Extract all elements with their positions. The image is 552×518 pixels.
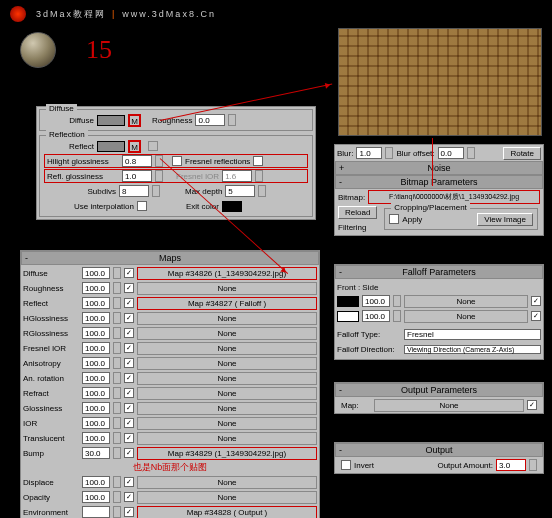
- reflect-map-button[interactable]: M: [128, 140, 141, 153]
- map-amount-spinner[interactable]: 100.0: [82, 372, 110, 384]
- map-amount-spinner[interactable]: 100.0: [82, 327, 110, 339]
- map-enable-checkbox[interactable]: ✓: [124, 492, 134, 502]
- fresnel-checkbox[interactable]: [172, 156, 182, 166]
- map-slot-button[interactable]: None: [137, 312, 317, 325]
- output-amount-spinner[interactable]: 3.0: [496, 459, 526, 471]
- map-slot-button[interactable]: None: [137, 372, 317, 385]
- rotate-button[interactable]: Rotate: [503, 147, 541, 160]
- map-amount-btns[interactable]: [113, 372, 121, 384]
- map-enable-checkbox[interactable]: ✓: [124, 283, 134, 293]
- map-slot-button[interactable]: None: [137, 491, 317, 504]
- map-amount-btns[interactable]: [113, 297, 121, 309]
- map-enable-checkbox[interactable]: ✓: [124, 373, 134, 383]
- map-slot-button[interactable]: Map #34828 ( Output ): [137, 506, 317, 519]
- blur-spinner-btns[interactable]: [385, 147, 393, 159]
- map-enable-checkbox[interactable]: ✓: [124, 403, 134, 413]
- subdivs-spinner-btns[interactable]: [152, 185, 160, 197]
- map-slot-button[interactable]: None: [137, 402, 317, 415]
- map-amount-btns[interactable]: [113, 402, 121, 414]
- map-slot-button[interactable]: Map #34829 (1_1349304292.jpg): [137, 447, 317, 460]
- output-map-slot[interactable]: None: [374, 399, 524, 412]
- falloff-color2-swatch[interactable]: [337, 311, 359, 322]
- map-enable-checkbox[interactable]: ✓: [124, 343, 134, 353]
- map-enable-checkbox[interactable]: ✓: [124, 433, 134, 443]
- falloff-slot1[interactable]: None: [404, 295, 528, 308]
- map-slot-button[interactable]: None: [137, 342, 317, 355]
- map-amount-spinner[interactable]: 100.0: [82, 387, 110, 399]
- map-slot-button[interactable]: None: [137, 357, 317, 370]
- falloff-amt2-btns[interactable]: [393, 310, 401, 322]
- map-slot-button[interactable]: None: [137, 476, 317, 489]
- roughness-spinner[interactable]: 0.0: [195, 114, 225, 126]
- map-amount-btns[interactable]: [113, 506, 121, 518]
- map-amount-btns[interactable]: [113, 476, 121, 488]
- maxdepth-spinner-btns[interactable]: [258, 185, 266, 197]
- map-amount-btns[interactable]: [113, 417, 121, 429]
- falloff-amt1-spinner[interactable]: 100.0: [362, 295, 390, 307]
- reload-button[interactable]: Reload: [338, 206, 377, 219]
- map-amount-btns[interactable]: [113, 342, 121, 354]
- map-amount-btns[interactable]: [113, 387, 121, 399]
- maxdepth-spinner[interactable]: 5: [225, 185, 255, 197]
- falloff-type-dropdown[interactable]: Fresnel: [404, 329, 541, 340]
- map-slot-button[interactable]: None: [137, 432, 317, 445]
- map-amount-spinner[interactable]: 100.0: [82, 417, 110, 429]
- falloff-amt2-spinner[interactable]: 100.0: [362, 310, 390, 322]
- map-slot-button[interactable]: None: [137, 417, 317, 430]
- map-slot-button[interactable]: None: [137, 327, 317, 340]
- reflect-color-swatch[interactable]: [97, 141, 125, 152]
- interp-checkbox[interactable]: [137, 201, 147, 211]
- fresnel-ior-spinner[interactable]: 1.6: [222, 170, 252, 182]
- reflect-lock-button[interactable]: [148, 141, 158, 151]
- map-amount-btns[interactable]: [113, 447, 121, 459]
- blur-offset-spinner[interactable]: 0.0: [438, 147, 464, 159]
- invert-checkbox[interactable]: [341, 460, 351, 470]
- output-amount-btns[interactable]: [529, 459, 537, 471]
- view-image-button[interactable]: View Image: [477, 213, 533, 226]
- map-slot-button[interactable]: None: [137, 282, 317, 295]
- map-amount-spinner[interactable]: 100.0: [82, 297, 110, 309]
- noise-rollout-header[interactable]: +Noise: [335, 161, 543, 175]
- map-slot-button[interactable]: Map #34826 (1_1349304292.jpg): [137, 267, 317, 280]
- map-amount-spinner[interactable]: 100.0: [82, 342, 110, 354]
- exit-color-swatch[interactable]: [222, 201, 242, 212]
- map-amount-btns[interactable]: [113, 432, 121, 444]
- map-amount-spinner[interactable]: 100.0: [82, 357, 110, 369]
- apply-checkbox[interactable]: [389, 214, 399, 224]
- map-enable-checkbox[interactable]: ✓: [124, 298, 134, 308]
- map-enable-checkbox[interactable]: ✓: [124, 507, 134, 517]
- falloff-cb2[interactable]: ✓: [531, 311, 541, 321]
- refl-gloss-spinner[interactable]: 1.0: [122, 170, 152, 182]
- map-enable-checkbox[interactable]: ✓: [124, 388, 134, 398]
- map-amount-spinner[interactable]: 100.0: [82, 476, 110, 488]
- map-enable-checkbox[interactable]: ✓: [124, 418, 134, 428]
- map-enable-checkbox[interactable]: ✓: [124, 268, 134, 278]
- map-amount-spinner[interactable]: 100.0: [82, 312, 110, 324]
- map-amount-spinner[interactable]: 100.0: [82, 267, 110, 279]
- refl-gloss-spinner-btns[interactable]: [155, 170, 163, 182]
- map-amount-spinner[interactable]: 100.0: [82, 282, 110, 294]
- diffuse-color-swatch[interactable]: [97, 115, 125, 126]
- map-enable-checkbox[interactable]: ✓: [124, 358, 134, 368]
- map-amount-btns[interactable]: [113, 282, 121, 294]
- bitmap-path-slot[interactable]: F:\tianqi\0000000\材质\1_1349304292.jpg: [368, 190, 540, 204]
- hilight-gloss-spinner[interactable]: 0.8: [122, 155, 152, 167]
- map-slot-button[interactable]: None: [137, 387, 317, 400]
- roughness-spinner-btns[interactable]: [228, 114, 236, 126]
- map-amount-spinner[interactable]: 100.0: [82, 432, 110, 444]
- output-rollout-header[interactable]: -Output: [335, 443, 543, 457]
- diffuse-map-button[interactable]: M: [128, 114, 141, 127]
- map-enable-checkbox[interactable]: ✓: [124, 313, 134, 323]
- map-amount-spinner[interactable]: 30.0: [82, 447, 110, 459]
- map-enable-checkbox[interactable]: ✓: [124, 448, 134, 458]
- fresnel-lock[interactable]: [253, 156, 263, 166]
- map-amount-btns[interactable]: [113, 267, 121, 279]
- falloff-slot2[interactable]: None: [404, 310, 528, 323]
- map-amount-spinner[interactable]: 100.0: [82, 402, 110, 414]
- map-amount-spinner[interactable]: 100.0: [82, 491, 110, 503]
- blur-spinner[interactable]: 1.0: [356, 147, 382, 159]
- blur-offset-spinner-btns[interactable]: [467, 147, 475, 159]
- falloff-params-header[interactable]: -Falloff Parameters: [335, 265, 543, 279]
- subdivs-spinner[interactable]: 8: [119, 185, 149, 197]
- map-enable-checkbox[interactable]: ✓: [124, 328, 134, 338]
